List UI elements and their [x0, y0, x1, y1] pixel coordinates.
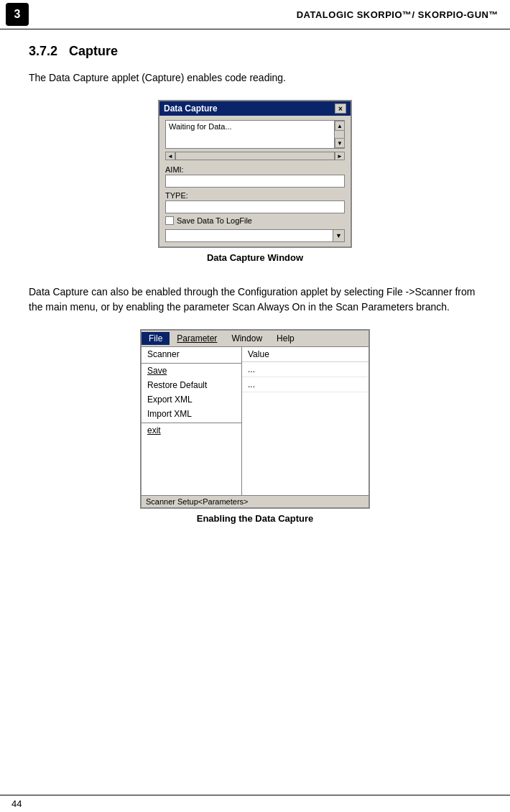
dc-window-caption: Data Capture Window: [207, 252, 303, 263]
menu-item-window[interactable]: Window: [224, 332, 269, 345]
menu-left-save[interactable]: Save: [142, 363, 241, 378]
menu-left-restore[interactable]: Restore Default: [142, 378, 241, 392]
dc-dropdown-field[interactable]: [165, 229, 333, 242]
section-title: Capture: [69, 44, 118, 58]
section-heading: 3.7.2Capture: [29, 44, 481, 59]
header-bar: 3 DATALOGIC SKORPIO™/ SKORPIO-GUN™: [0, 0, 510, 29]
dc-scrollbar-horizontal[interactable]: ◄ ►: [165, 152, 345, 160]
dc-window-container: Data Capture × Waiting for Data... ▲ ▼ ◄: [29, 100, 481, 277]
menu-left-scanner[interactable]: Scanner: [142, 347, 241, 361]
dc-text-area: Waiting for Data... ▲ ▼: [165, 120, 345, 149]
menu-window-caption: Enabling the Data Capture: [197, 513, 314, 524]
dc-hscroll-track: [175, 152, 335, 160]
menu-right-header: Value: [242, 347, 368, 362]
footer: 44: [0, 795, 510, 812]
dc-scroll-down-btn[interactable]: ▼: [335, 138, 345, 148]
dc-aimi-row: AIMI:: [165, 165, 345, 188]
dc-type-input[interactable]: [165, 200, 345, 213]
dc-dropdown-row[interactable]: ▼: [165, 229, 345, 242]
menu-right-spacer: [242, 392, 368, 464]
dc-aimi-input[interactable]: [165, 175, 345, 188]
menu-left-panel: Scanner Save Restore Default Export XML …: [142, 347, 242, 495]
header-title: DATALOGIC SKORPIO™/ SKORPIO-GUN™: [297, 9, 499, 20]
menu-right-row-1: ...: [242, 362, 368, 377]
dc-scroll-left-btn[interactable]: ◄: [165, 152, 175, 160]
main-content: 3.7.2Capture The Data Capture applet (Ca…: [0, 29, 510, 560]
page-number: 44: [11, 798, 22, 809]
dc-type-label: TYPE:: [165, 190, 345, 200]
dc-checkbox-row[interactable]: Save Data To LogFile: [165, 216, 345, 225]
menu-left-import[interactable]: Import XML: [142, 407, 241, 421]
intro-text: The Data Capture applet (Capture) enable…: [29, 70, 481, 86]
dc-window: Data Capture × Waiting for Data... ▲ ▼ ◄: [158, 100, 352, 248]
dc-scroll-up-btn[interactable]: ▲: [335, 121, 345, 131]
menu-item-help[interactable]: Help: [269, 332, 302, 345]
menu-window-container: File Parameter Window Help Scanner Save …: [29, 329, 481, 538]
dc-scrollbar-vertical[interactable]: ▲ ▼: [334, 121, 344, 148]
menu-window: File Parameter Window Help Scanner Save …: [140, 329, 370, 509]
middle-text: Data Capture can also be enabled through…: [29, 285, 481, 315]
menu-item-file[interactable]: File: [142, 332, 170, 345]
dc-window-body: Waiting for Data... ▲ ▼ ◄ ► AIMI:: [159, 116, 351, 246]
dc-save-checkbox[interactable]: [165, 216, 174, 225]
dc-aimi-label: AIMI:: [165, 165, 345, 175]
dc-close-button[interactable]: ×: [335, 103, 346, 114]
dc-dropdown-button[interactable]: ▼: [333, 229, 345, 242]
menu-left-spacer: [142, 438, 241, 495]
menu-status-bar: Scanner Setup<Parameters>: [142, 495, 368, 507]
menu-left-exit[interactable]: exit: [142, 423, 241, 438]
dc-type-row: TYPE:: [165, 190, 345, 213]
dc-waiting-text: Waiting for Data...: [166, 121, 334, 148]
menu-bar: File Parameter Window Help: [142, 331, 368, 347]
menu-item-parameter[interactable]: Parameter: [170, 332, 224, 345]
chapter-badge: 3: [6, 3, 29, 26]
menu-body: Scanner Save Restore Default Export XML …: [142, 347, 368, 495]
menu-left-export[interactable]: Export XML: [142, 392, 241, 407]
section-number: 3.7.2: [29, 44, 57, 58]
dc-checkbox-label: Save Data To LogFile: [177, 216, 252, 225]
dc-title-bar: Data Capture ×: [159, 101, 351, 116]
dc-window-title: Data Capture: [164, 103, 218, 114]
dc-scroll-right-btn[interactable]: ►: [335, 152, 345, 160]
menu-right-panel: Value ... ...: [242, 347, 368, 495]
menu-right-row-2: ...: [242, 377, 368, 392]
